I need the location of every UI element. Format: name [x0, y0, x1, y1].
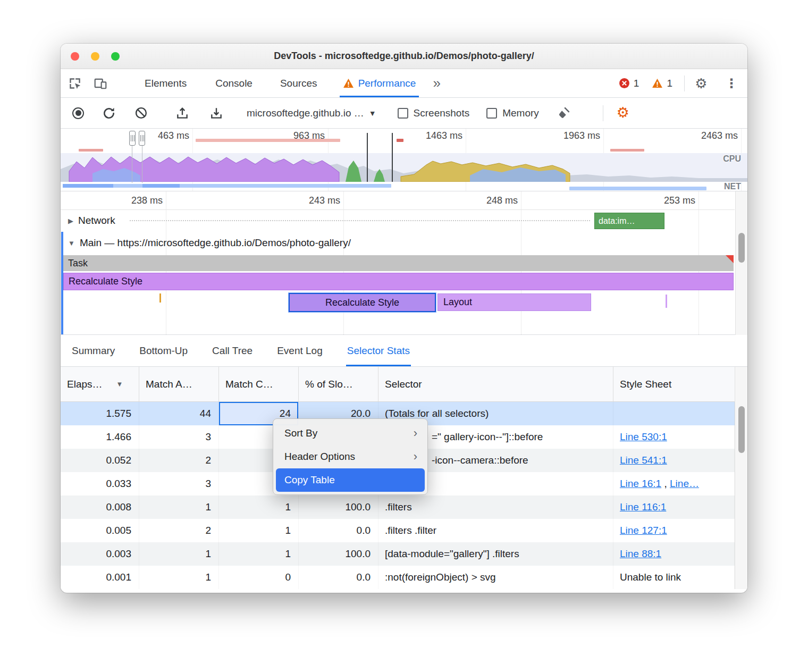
cell-elapsed[interactable]: 0.003 — [61, 542, 139, 566]
flame-chart[interactable]: 238 ms 243 ms 248 ms 253 ms ▶ Network da… — [61, 191, 747, 335]
cell-selector[interactable]: .filters — [378, 495, 613, 519]
cell-pct-slow[interactable]: 100.0 — [299, 495, 378, 519]
warning-count: 1 — [667, 78, 672, 89]
tab-selector-stats[interactable]: Selector Stats — [346, 335, 411, 366]
flame-scrollbar[interactable] — [735, 191, 747, 335]
recalculate-style-selected-bar[interactable]: Recalculate Style — [289, 293, 436, 312]
column-header-pct-slow[interactable]: % of Slo… — [299, 367, 378, 401]
close-window-button[interactable] — [71, 52, 79, 61]
record-button[interactable] — [72, 107, 84, 119]
cell-pct-slow[interactable]: 0.0 — [299, 566, 378, 589]
cell-match-attempts[interactable]: 2 — [139, 519, 219, 542]
minimize-window-button[interactable] — [91, 52, 99, 61]
menu-item-sort-by[interactable]: Sort By › — [276, 422, 425, 445]
warning-badge[interactable]: 1 — [652, 78, 672, 89]
tab-elements[interactable]: Elements — [141, 69, 190, 97]
cell-elapsed[interactable]: 0.005 — [61, 519, 139, 542]
recalculate-style-bar[interactable]: Recalculate Style — [63, 273, 734, 290]
tab-summary[interactable]: Summary — [71, 335, 116, 366]
clear-recording-icon[interactable] — [133, 105, 149, 121]
selection-left-handle[interactable] — [129, 131, 136, 146]
settings-gear-icon[interactable]: ⚙ — [693, 75, 709, 91]
cell-elapsed[interactable]: 0.001 — [61, 566, 139, 589]
load-profile-icon[interactable] — [174, 105, 190, 121]
table-row[interactable]: 0.001 1 0 0.0 :not(foreignObject) > svg … — [61, 566, 735, 589]
task-event-bar[interactable]: Task — [63, 255, 734, 271]
layout-event-bar[interactable]: Layout — [437, 293, 591, 311]
style-sheet-link[interactable]: Line 16:1 — [620, 478, 661, 489]
reload-and-record-button[interactable] — [101, 105, 117, 121]
menu-item-sort-by-label: Sort By — [284, 427, 317, 439]
zoom-window-button[interactable] — [111, 52, 120, 61]
event-tick[interactable] — [666, 295, 667, 308]
cell-match-count[interactable]: 1 — [219, 495, 299, 519]
cell-match-attempts[interactable]: 1 — [139, 566, 219, 589]
style-sheet-link[interactable]: Line… — [670, 478, 699, 489]
cell-elapsed[interactable]: 1.575 — [61, 402, 139, 425]
flame-scrollbar-thumb[interactable] — [738, 233, 745, 263]
warning-icon — [343, 78, 354, 88]
tab-bottom-up[interactable]: Bottom-Up — [138, 335, 189, 366]
cell-match-attempts[interactable]: 3 — [139, 425, 219, 449]
cell-match-count[interactable]: 0 — [219, 566, 299, 589]
network-request-chip[interactable]: data:im… — [594, 213, 664, 229]
cell-match-attempts[interactable]: 44 — [139, 402, 219, 425]
cell-match-count[interactable]: 1 — [219, 519, 299, 542]
cell-style-sheet: Line 127:1 — [613, 519, 735, 542]
cell-pct-slow[interactable]: 0.0 — [299, 519, 378, 542]
table-row[interactable]: 0.008 1 1 100.0 .filters Line 116:1 — [61, 495, 735, 519]
collect-garbage-icon[interactable] — [556, 105, 572, 121]
style-sheet-link[interactable]: Line 116:1 — [620, 501, 666, 513]
timeline-overview[interactable]: 463 ms 963 ms 1463 ms 1963 ms 2463 ms CP… — [61, 129, 747, 191]
cell-selector[interactable]: .filters .filter — [378, 519, 613, 542]
table-row[interactable]: 0.005 2 1 0.0 .filters .filter Line 127:… — [61, 519, 735, 542]
cell-elapsed[interactable]: 1.466 — [61, 425, 139, 449]
tab-sources[interactable]: Sources — [277, 69, 321, 97]
table-scrollbar-thumb[interactable] — [738, 406, 745, 453]
context-menu: Sort By › Header Options › Copy Table — [273, 418, 428, 495]
style-sheet-link[interactable]: Line 541:1 — [620, 455, 667, 466]
tab-call-tree[interactable]: Call Tree — [211, 335, 254, 366]
cell-match-count[interactable]: 1 — [219, 542, 299, 566]
device-toolbar-icon[interactable] — [92, 75, 108, 91]
menu-item-copy-table[interactable]: Copy Table — [276, 468, 425, 492]
cell-elapsed[interactable]: 0.052 — [61, 449, 139, 472]
table-row[interactable]: 0.003 1 1 100.0 [data-module="gallery"] … — [61, 542, 735, 566]
style-sheet-link[interactable]: Line 127:1 — [620, 525, 667, 536]
more-tabs-icon[interactable]: » — [433, 75, 440, 91]
main-track-header[interactable]: ▼ Main — https://microsoftedge.github.io… — [68, 237, 351, 249]
tab-performance[interactable]: Performance — [340, 69, 419, 97]
menu-item-header-options[interactable]: Header Options › — [276, 445, 425, 468]
tab-console[interactable]: Console — [212, 69, 256, 97]
cell-selector[interactable]: [data-module="gallery"] .filters — [378, 542, 613, 566]
cell-selector[interactable]: :not(foreignObject) > svg — [378, 566, 613, 589]
column-header-match-count[interactable]: Match C… — [219, 367, 299, 401]
cell-match-attempts[interactable]: 1 — [139, 542, 219, 566]
network-track-header[interactable]: ▶ Network — [68, 215, 115, 226]
cell-elapsed[interactable]: 0.008 — [61, 495, 139, 519]
column-header-elapsed[interactable]: Elaps… ▼ — [61, 367, 139, 401]
tab-event-log-label: Event Log — [277, 345, 323, 357]
column-header-match-attempts[interactable]: Match A… — [139, 367, 219, 401]
cell-match-attempts[interactable]: 1 — [139, 495, 219, 519]
memory-checkbox[interactable] — [486, 108, 497, 119]
capture-settings-gear-icon[interactable]: ⚙ — [615, 105, 631, 121]
screenshots-checkbox[interactable] — [398, 108, 408, 119]
error-badge[interactable]: 1 — [619, 78, 639, 89]
cell-match-attempts[interactable]: 3 — [139, 472, 219, 495]
column-header-style-sheet[interactable]: Style Sheet — [613, 367, 735, 401]
event-tick[interactable] — [159, 293, 161, 303]
table-scrollbar[interactable] — [735, 367, 747, 589]
profile-select[interactable]: microsoftedge.github.io … ▼ — [247, 107, 376, 119]
cell-match-attempts[interactable]: 2 — [139, 449, 219, 472]
cell-pct-slow[interactable]: 100.0 — [299, 542, 378, 566]
inspect-element-icon[interactable] — [67, 75, 83, 91]
more-options-icon[interactable]: ⋮ — [725, 76, 738, 91]
cell-elapsed[interactable]: 0.033 — [61, 472, 139, 495]
selection-right-handle[interactable] — [139, 131, 145, 146]
save-profile-icon[interactable] — [208, 105, 224, 121]
tab-event-log[interactable]: Event Log — [276, 335, 324, 366]
style-sheet-link[interactable]: Line 530:1 — [620, 431, 667, 442]
style-sheet-link[interactable]: Line 88:1 — [620, 548, 661, 559]
column-header-selector[interactable]: Selector — [378, 367, 613, 401]
